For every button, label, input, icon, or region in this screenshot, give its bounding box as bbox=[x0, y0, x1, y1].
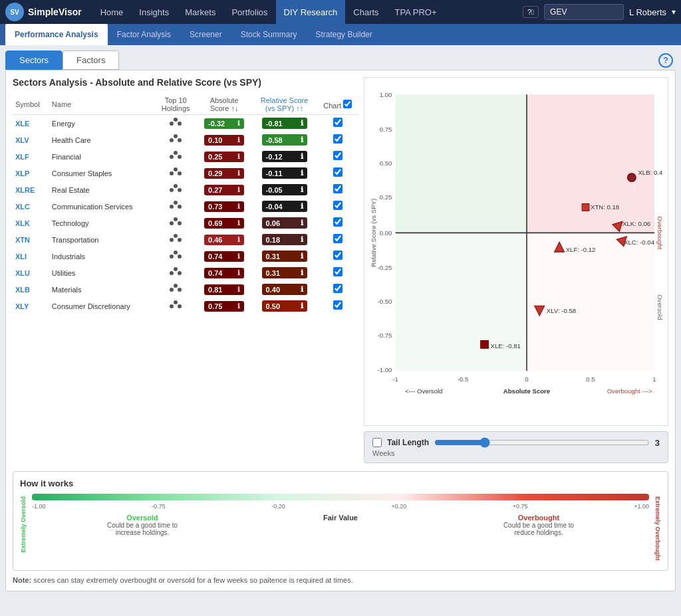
chart-checkbox-XLY[interactable] bbox=[333, 300, 342, 310]
chart-check-XTN[interactable] bbox=[317, 231, 358, 248]
rel-info-icon[interactable]: ℹ bbox=[301, 235, 303, 244]
abs-info-icon[interactable]: ℹ bbox=[237, 186, 240, 193]
holdings-XLRE[interactable] bbox=[155, 181, 196, 198]
holdings-XLY[interactable] bbox=[155, 298, 196, 314]
subnav-screener[interactable]: Screener bbox=[180, 24, 231, 45]
chart-checkbox-XLP[interactable] bbox=[333, 167, 342, 177]
tab-sectors[interactable]: Sectors bbox=[5, 51, 63, 70]
nav-tpa-pro[interactable]: TPA PRO+ bbox=[387, 0, 445, 24]
holdings-XLF[interactable] bbox=[155, 148, 196, 165]
holdings-XLU[interactable] bbox=[155, 264, 196, 281]
chart-check-XLRE[interactable] bbox=[317, 181, 358, 198]
chart-check-XLP[interactable] bbox=[317, 165, 358, 181]
chart-checkbox-XLI[interactable] bbox=[333, 251, 342, 260]
user-menu[interactable]: L Roberts bbox=[629, 7, 666, 17]
rel-info-icon[interactable]: ℹ bbox=[301, 285, 303, 294]
symbol-XLY[interactable]: XLY bbox=[15, 302, 29, 310]
tail-length-checkbox[interactable] bbox=[372, 438, 382, 447]
chart-select-all[interactable] bbox=[343, 100, 352, 108]
nav-markets[interactable]: Markets bbox=[177, 0, 223, 24]
chart-check-XLV[interactable] bbox=[317, 132, 358, 148]
subnav-strategy-builder[interactable]: Strategy Builder bbox=[306, 24, 381, 45]
abs-info-icon[interactable]: ℹ bbox=[237, 153, 240, 160]
rel-info-icon[interactable]: ℹ bbox=[301, 202, 303, 211]
abs-info-icon[interactable]: ℹ bbox=[237, 253, 240, 260]
user-dropdown-icon[interactable]: ▾ bbox=[672, 7, 676, 17]
abs-info-icon[interactable]: ℹ bbox=[237, 236, 240, 243]
chart-checkbox-XLRE[interactable] bbox=[333, 184, 342, 193]
abs-info-icon[interactable]: ℹ bbox=[237, 286, 240, 293]
abs-info-icon[interactable]: ℹ bbox=[237, 219, 240, 227]
nav-home[interactable]: Home bbox=[92, 0, 132, 24]
section-help-button[interactable]: ? bbox=[658, 53, 673, 68]
chart-check-XLI[interactable] bbox=[317, 248, 358, 264]
chart-checkbox-XLV[interactable] bbox=[333, 134, 342, 144]
symbol-XTN[interactable]: XTN bbox=[15, 236, 30, 244]
symbol-XLK[interactable]: XLK bbox=[15, 219, 30, 227]
chart-check-XLK[interactable] bbox=[317, 215, 358, 231]
app-logo[interactable]: SV SimpleVisor bbox=[5, 3, 82, 21]
holdings-XLI[interactable] bbox=[155, 248, 196, 264]
tab-factors[interactable]: Factors bbox=[63, 51, 119, 70]
chart-check-XLE[interactable] bbox=[317, 115, 358, 132]
chart-checkbox-XTN[interactable] bbox=[333, 234, 342, 243]
abs-info-icon[interactable]: ℹ bbox=[237, 120, 240, 127]
chart-checkbox-XLF[interactable] bbox=[333, 151, 342, 160]
nav-portfolios[interactable]: Portfolios bbox=[223, 0, 275, 24]
subnav-factor-analysis[interactable]: Factor Analysis bbox=[108, 24, 180, 45]
rel-info-icon[interactable]: ℹ bbox=[301, 302, 303, 310]
nav-insights[interactable]: Insights bbox=[131, 0, 177, 24]
holdings-XLK[interactable] bbox=[155, 215, 196, 231]
tail-length-label: Tail Length bbox=[387, 438, 429, 447]
chart-check-XLY[interactable] bbox=[317, 298, 358, 314]
holdings-XLC[interactable] bbox=[155, 198, 196, 215]
search-input[interactable] bbox=[544, 4, 624, 20]
col-rel-score[interactable]: Relative Score(vs SPY) ↑↑ bbox=[252, 94, 317, 115]
svg-point-23 bbox=[178, 238, 182, 242]
nav-diy-research[interactable]: DIY Research bbox=[276, 0, 346, 24]
chart-check-XLB[interactable] bbox=[317, 281, 358, 298]
rel-info-icon[interactable]: ℹ bbox=[301, 268, 303, 277]
rel-info-icon[interactable]: ℹ bbox=[301, 136, 303, 144]
symbol-XLRE[interactable]: XLRE bbox=[15, 186, 35, 194]
help-button[interactable]: ?⃞ bbox=[523, 6, 539, 18]
abs-info-icon[interactable]: ℹ bbox=[237, 302, 240, 310]
svg-text:-1.00: -1.00 bbox=[377, 366, 392, 373]
abs-info-icon[interactable]: ℹ bbox=[237, 169, 240, 177]
chart-check-XLF[interactable] bbox=[317, 148, 358, 165]
abs-info-icon[interactable]: ℹ bbox=[237, 269, 240, 276]
chart-checkbox-XLU[interactable] bbox=[333, 267, 342, 276]
holdings-XLE[interactable] bbox=[155, 115, 196, 132]
tail-length-slider[interactable] bbox=[434, 437, 650, 448]
chart-checkbox-XLB[interactable] bbox=[333, 284, 342, 293]
holdings-XTN[interactable] bbox=[155, 231, 196, 248]
rel-info-icon[interactable]: ℹ bbox=[301, 169, 303, 177]
rel-info-icon[interactable]: ℹ bbox=[301, 219, 303, 227]
symbol-XLP[interactable]: XLP bbox=[15, 169, 29, 177]
chart-checkbox-XLE[interactable] bbox=[333, 118, 342, 127]
symbol-XLB[interactable]: XLB bbox=[15, 286, 30, 294]
holdings-XLV[interactable] bbox=[155, 132, 196, 148]
col-abs-score[interactable]: AbsoluteScore ↑↓ bbox=[196, 94, 251, 115]
rel-info-icon[interactable]: ℹ bbox=[301, 252, 303, 260]
symbol-XLE[interactable]: XLE bbox=[15, 120, 29, 128]
abs-info-icon[interactable]: ℹ bbox=[237, 203, 240, 210]
subnav-performance-analysis[interactable]: Performance Analysis bbox=[5, 24, 108, 45]
holdings-XLP[interactable] bbox=[155, 165, 196, 181]
subnav-stock-summary[interactable]: Stock Summary bbox=[231, 24, 307, 45]
holdings-XLB[interactable] bbox=[155, 281, 196, 298]
chart-check-XLC[interactable] bbox=[317, 198, 358, 215]
symbol-XLI[interactable]: XLI bbox=[15, 253, 27, 260]
symbol-XLV[interactable]: XLV bbox=[15, 136, 29, 144]
symbol-XLF[interactable]: XLF bbox=[15, 153, 29, 161]
rel-info-icon[interactable]: ℹ bbox=[301, 185, 303, 194]
chart-check-XLU[interactable] bbox=[317, 264, 358, 281]
symbol-XLU[interactable]: XLU bbox=[15, 269, 30, 277]
rel-info-icon[interactable]: ℹ bbox=[301, 152, 303, 161]
symbol-XLC[interactable]: XLC bbox=[15, 203, 30, 211]
chart-checkbox-XLC[interactable] bbox=[333, 201, 342, 210]
nav-charts[interactable]: Charts bbox=[345, 0, 386, 24]
chart-checkbox-XLK[interactable] bbox=[333, 217, 342, 227]
abs-info-icon[interactable]: ℹ bbox=[237, 136, 240, 144]
rel-info-icon[interactable]: ℹ bbox=[301, 119, 303, 128]
